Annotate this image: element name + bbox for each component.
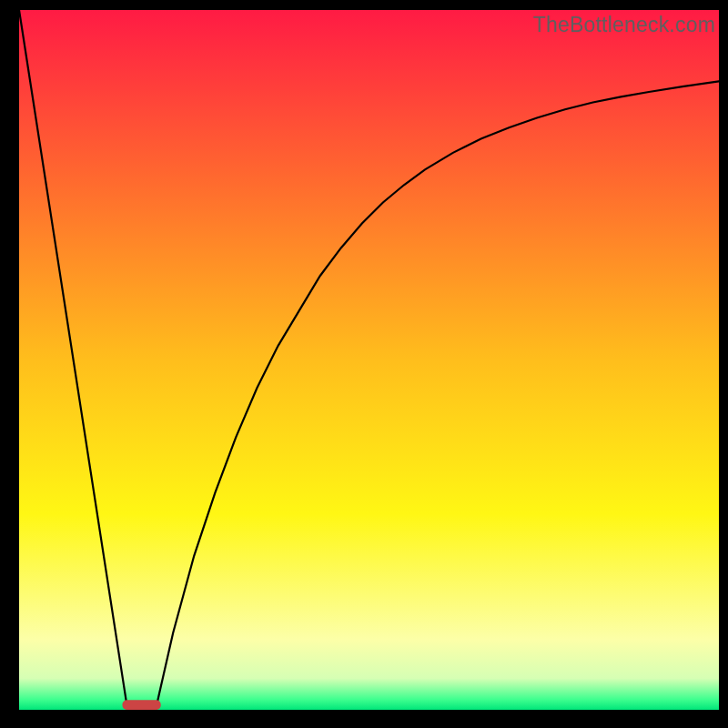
- plot-background: [19, 10, 719, 710]
- watermark-text: TheBottleneck.com: [533, 13, 715, 37]
- bottom-marker-pill: [122, 700, 160, 710]
- chart-frame: TheBottleneck.com: [0, 0, 728, 728]
- chart-plot: [19, 10, 719, 710]
